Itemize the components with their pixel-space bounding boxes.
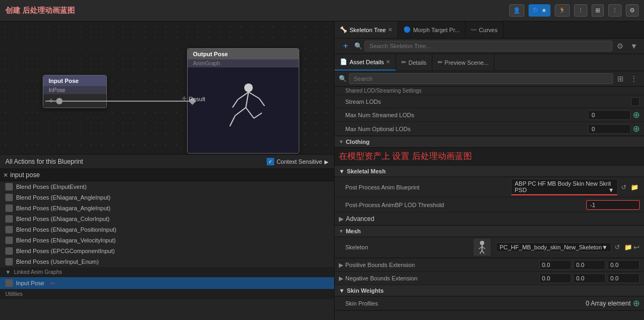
post-process-value: ABP PC HF MB Body Skin New Skrit PSD ▼ ↺… (511, 179, 640, 195)
action-input-pose[interactable]: Input Pose ← (0, 277, 334, 289)
stream-lods-value (631, 97, 640, 106)
grid-button[interactable]: ⊞ (592, 4, 604, 17)
add-skeleton-btn[interactable]: + (339, 41, 352, 51)
svg-line-15 (482, 250, 484, 254)
lod-threshold-input[interactable] (586, 200, 640, 210)
sec-tab-asset-details[interactable]: 📄 Asset Details ✕ (335, 54, 396, 71)
negative-bounds-z[interactable] (608, 273, 640, 283)
positive-bounds-z[interactable] (608, 260, 640, 270)
skeleton-refresh-icon[interactable]: ↺ (614, 242, 621, 252)
tab-morph-target[interactable]: 🔵 Morph Target Pr... (398, 21, 465, 38)
post-process-folder-icon[interactable]: 📁 (630, 182, 640, 192)
max-streamed-label: Max Num Streamed LODs (345, 112, 588, 118)
action-label: Blend Poses (EInputEvent) (16, 184, 87, 190)
sec-tab-details[interactable]: ✏ Details (396, 54, 432, 71)
skeleton-dropdown[interactable]: PC_HF_MB_body_skin_New_Skeleton ▼ (496, 242, 611, 252)
action-label: Blend Poses (ENiagara_AngleInput) (16, 194, 111, 201)
result-label: ✛ Result (182, 95, 205, 102)
action-blend-position[interactable]: Blend Poses (ENiagara_PositionInput) (0, 224, 334, 235)
action-blend-angle1[interactable]: Blend Poses (ENiagara_AngleInput) (0, 192, 334, 203)
mesh-label: Mesh (346, 228, 361, 234)
action-icon (5, 204, 13, 212)
negative-bounds-y[interactable] (573, 273, 606, 283)
negative-bounds-chevron: ▶ (339, 275, 343, 282)
lod-threshold-label: Post-Process AnimBP LOD Threshold (345, 202, 586, 208)
toolbar-title: 创建 后处理动画蓝图 (5, 6, 509, 16)
svg-point-0 (244, 83, 253, 92)
output-pose-header: Output Pose (188, 49, 299, 59)
skeleton-back-icon[interactable]: ↩ (633, 243, 640, 252)
clear-search-icon[interactable]: ✕ (3, 172, 8, 179)
skeleton-more-icon[interactable]: ▼ (628, 41, 640, 51)
action-blend-velocity[interactable]: Blend Poses (ENiagara_VelocityInput) (0, 235, 334, 246)
post-process-refresh-icon[interactable]: ↺ (620, 182, 627, 192)
context-sensitive-check[interactable]: ✓ Context Sensitive ▶ (267, 158, 329, 165)
skeleton-tree-close[interactable]: ✕ (388, 27, 392, 33)
skeleton-folder-icon[interactable]: 📁 (623, 242, 633, 252)
max-streamed-add-icon[interactable]: ⊕ (633, 110, 640, 120)
more2-button[interactable]: ⋮ (608, 4, 622, 17)
sec-tab-preview-scene[interactable]: ✏ Preview Scene... (432, 54, 495, 71)
tab-skeleton-tree[interactable]: 🦴 Skeleton Tree ✕ (335, 21, 398, 38)
negative-bounds-inputs (539, 273, 640, 283)
skin-weights-header[interactable]: ▼ Skin Weights (335, 285, 644, 296)
max-streamed-input[interactable] (588, 110, 631, 120)
action-blend-epcg[interactable]: Blend Poses (EPCGComponentInput) (0, 246, 334, 256)
negative-bounds-x[interactable] (539, 273, 571, 283)
stream-lods-checkbox[interactable] (631, 97, 640, 106)
curves-icon: 〰 (471, 27, 477, 33)
asset-settings-icon[interactable]: ⊞ (615, 73, 626, 84)
skeletal-mesh-header[interactable]: ▼ Skeletal Mesh (335, 166, 644, 177)
svg-line-14 (480, 250, 482, 254)
skin-weights-section: ▼ Skin Weights Skin Profiles 0 Array ele… (335, 285, 644, 311)
skeleton-settings-icon[interactable]: ⚙ (615, 41, 626, 51)
action-label: Blend Poses (EPCGComponentInput) (16, 248, 115, 254)
skeleton-tree-icon: 🦴 (340, 26, 347, 33)
skin-weights-label: Skin Weights (347, 287, 384, 294)
svg-line-4 (246, 108, 254, 118)
negative-bounds-label: ▶ Negative Bounds Extension (339, 275, 539, 282)
graph-area[interactable]: Output Pose AnimGraph (0, 21, 334, 320)
skin-weights-chevron-icon: ▼ (339, 287, 345, 294)
morph-icon: 🔵 (404, 26, 411, 33)
post-process-label: Post Process Anim Blueprint (345, 184, 511, 191)
context-checkbox[interactable]: ✓ (267, 158, 274, 165)
action-blend-userinput[interactable]: Blend Poses (UserInput_Enum) (0, 256, 334, 267)
mesh-section-header[interactable]: ▼ Mesh (335, 226, 644, 237)
section-utilities: Utilities (0, 289, 334, 299)
max-optional-add-icon[interactable]: ⊕ (633, 124, 640, 134)
more-button[interactable]: ⋮ (574, 4, 587, 17)
context-sensitive-label: Context Sensitive (276, 158, 322, 165)
asset-search-input[interactable] (349, 73, 613, 84)
user-button[interactable]: 👤 (509, 4, 524, 17)
run-button[interactable]: 🏃 (555, 4, 570, 17)
lod-threshold-value (586, 200, 640, 210)
skin-profiles-add-icon[interactable]: ⊕ (633, 298, 640, 308)
asset-details-close[interactable]: ✕ (386, 59, 390, 65)
action-blend-color[interactable]: Blend Poses (ENiagara_ColorInput) (0, 214, 334, 224)
skeleton-row: Skeleton (335, 237, 644, 258)
curves-label: Curves (479, 27, 498, 33)
action-icon (5, 215, 13, 223)
clothing-section: ▼ Clothing 在模型资产上 设置 后处理动画蓝图 (335, 136, 644, 166)
advanced-row[interactable]: ▶ Advanced (335, 212, 644, 225)
actions-search-input[interactable] (10, 171, 331, 179)
skeleton-search-input[interactable] (364, 41, 612, 51)
morph-label: Morph Target Pr... (413, 27, 460, 33)
post-process-dropdown[interactable]: ABP PC HF MB Body Skin New Skrit PSD ▼ (511, 179, 618, 195)
clothing-section-header[interactable]: ▼ Clothing (335, 136, 644, 148)
action-blend-einputevent[interactable]: Blend Poses (EInputEvent) (0, 181, 334, 192)
svg-point-10 (480, 241, 484, 245)
asset-more-icon[interactable]: ⋮ (628, 73, 640, 84)
positive-bounds-y[interactable] (573, 260, 606, 270)
action-blend-angle2[interactable]: Blend Poses (ENiagara_AngleInput) (0, 203, 334, 214)
input-pose-node[interactable]: Input Pose InPose ✛ (43, 75, 107, 108)
positive-bounds-x[interactable] (539, 260, 571, 270)
blueprint-button[interactable]: 🔵 ★ (529, 4, 550, 17)
tab-curves[interactable]: 〰 Curves (465, 21, 503, 38)
action-label: Blend Poses (UserInput_Enum) (16, 258, 99, 265)
positive-bounds-text: Positive Bounds Extension (345, 262, 415, 268)
settings-button[interactable]: ⚙ (626, 4, 639, 17)
max-optional-input[interactable] (588, 124, 631, 134)
stream-lods-row: Stream LODs (335, 95, 644, 108)
